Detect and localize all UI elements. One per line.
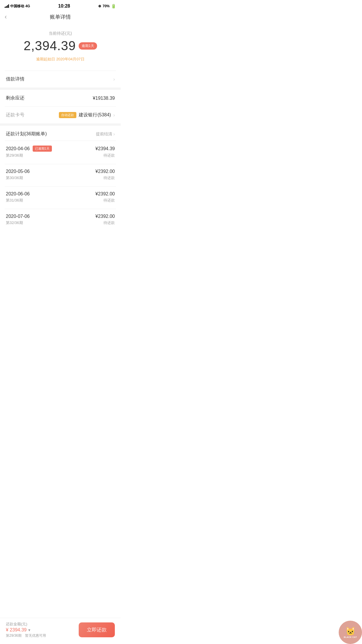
overdue-badge: 逾期1天 <box>79 42 97 50</box>
payment-date: 2020-07-06 <box>6 214 30 219</box>
remaining-label: 剩余应还 <box>6 95 24 101</box>
payment-date: 2020-06-06 <box>6 191 30 197</box>
network-label: 4G <box>25 4 30 8</box>
payment-status: 待还款 <box>103 153 115 158</box>
overdue-date: 逾期起始日 2020年04月07日 <box>6 57 115 62</box>
plan-header: 还款计划(36期账单) 提前结清 › <box>0 126 121 141</box>
signal-icon <box>5 4 9 8</box>
overdue-date-value: 2020年04月07日 <box>56 57 85 61</box>
remaining-value: ¥19138.39 <box>93 96 115 101</box>
plan-action-label: 提前结清 <box>96 132 112 137</box>
card-name: 建设银行(5384) <box>79 112 111 118</box>
card-label: 还款卡号 <box>6 112 24 118</box>
payment-amount: ¥2394.39 <box>95 146 115 151</box>
back-button[interactable]: ‹ <box>5 13 7 21</box>
auto-badge: 自动还款 <box>59 112 76 118</box>
payment-date: 2020-05-06 <box>6 169 30 174</box>
payment-amount: ¥2392.00 <box>95 169 115 174</box>
loan-detail-row[interactable]: 借款详情 › <box>0 71 121 88</box>
overdue-start-label: 逾期起始日 <box>36 57 55 61</box>
status-left: 中国移动 4G <box>5 4 30 9</box>
location-icon: ⊕ <box>98 4 101 8</box>
payment-amount: ¥2392.00 <box>95 214 115 219</box>
loan-detail-label: 借款详情 <box>6 76 24 82</box>
payment-item: 2020-07-06 ¥2392.00 第32/36期 待还款 <box>0 209 121 231</box>
page-title: 账单详情 <box>50 13 71 20</box>
payment-period: 第29/36期 <box>6 153 23 158</box>
battery-label: 70% <box>103 4 110 8</box>
pending-label: 当前待还(元) <box>6 31 115 36</box>
payment-period: 第32/36期 <box>6 220 23 225</box>
remaining-row: 剩余应还 ¥19138.39 <box>0 90 121 106</box>
amount-row: 2,394.39 逾期1天 <box>6 38 115 53</box>
payment-period: 第30/36期 <box>6 175 23 181</box>
payment-status: 待还款 <box>103 198 115 203</box>
plan-action-chevron: › <box>113 132 115 137</box>
status-bar: 中国移动 4G 10:28 ⊕ 70% 🔋 <box>0 0 121 10</box>
section-divider-2 <box>0 123 121 126</box>
payment-item: 2020-04-06 已逾期1天 ¥2394.39 第29/36期 待还款 <box>0 141 121 164</box>
nav-bar: ‹ 账单详情 <box>0 10 121 25</box>
payment-status: 待还款 <box>103 175 115 181</box>
main-amount: 2,394.39 <box>24 38 76 53</box>
plan-title: 还款计划(36期账单) <box>6 131 47 137</box>
card-chevron: › <box>113 113 115 118</box>
loan-detail-chevron: › <box>113 77 115 82</box>
card-row[interactable]: 还款卡号 自动还款 建设银行(5384) › <box>0 107 121 123</box>
plan-action[interactable]: 提前结清 › <box>96 132 115 137</box>
overdue-tag: 已逾期1天 <box>33 146 52 152</box>
payment-period: 第31/36期 <box>6 198 23 203</box>
payment-amount: ¥2392.00 <box>95 191 115 197</box>
carrier-label: 中国移动 <box>10 4 24 9</box>
payment-date: 2020-04-06 <box>6 146 30 151</box>
status-right: ⊕ 70% 🔋 <box>98 4 116 8</box>
payment-status: 待还款 <box>103 220 115 225</box>
payment-item: 2020-05-06 ¥2392.00 第30/36期 待还款 <box>0 164 121 186</box>
payment-list: 2020-04-06 已逾期1天 ¥2394.39 第29/36期 待还款 20… <box>0 141 121 231</box>
battery-icon: 🔋 <box>111 4 116 8</box>
header-section: 当前待还(元) 2,394.39 逾期1天 逾期起始日 2020年04月07日 <box>0 25 121 71</box>
card-right: 自动还款 建设银行(5384) › <box>59 112 115 118</box>
time-label: 10:28 <box>58 4 70 9</box>
section-divider-1 <box>0 88 121 90</box>
payment-item: 2020-06-06 ¥2392.00 第31/36期 待还款 <box>0 187 121 209</box>
